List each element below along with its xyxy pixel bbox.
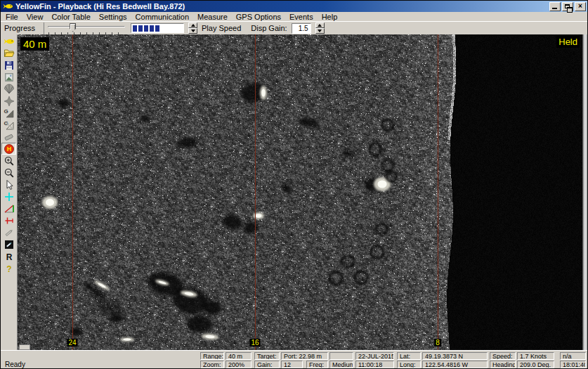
crosshair-icon[interactable] bbox=[1, 190, 16, 202]
save-file-icon[interactable] bbox=[1, 59, 16, 71]
help-icon[interactable]: ? bbox=[1, 262, 16, 274]
range-tick-label: 8 bbox=[434, 339, 441, 347]
right-scroll-strip[interactable] bbox=[582, 34, 587, 350]
disp-gain-label: Disp Gain: bbox=[251, 24, 287, 32]
status-field: Freq: bbox=[306, 361, 328, 368]
menu-file[interactable]: File bbox=[1, 13, 22, 21]
close-button[interactable]: × bbox=[575, 2, 586, 11]
range-tick-label: 16 bbox=[249, 339, 260, 347]
eraser-icon[interactable] bbox=[1, 131, 16, 143]
menu-help[interactable]: Help bbox=[318, 13, 342, 21]
status-field: 12 bbox=[281, 361, 303, 368]
measure-offset-icon[interactable] bbox=[1, 214, 16, 226]
annotate-icon[interactable] bbox=[1, 238, 16, 250]
progress-slider[interactable] bbox=[44, 22, 126, 34]
menu-settings[interactable]: Settings bbox=[95, 13, 131, 21]
speed-bar bbox=[150, 25, 154, 32]
title-bar[interactable]: YellowFin - Playback (Hi Res Bedwell Bay… bbox=[1, 1, 587, 12]
svg-text:R: R bbox=[6, 252, 12, 261]
status-field: Heading: bbox=[490, 361, 516, 368]
status-field: 122.54.4816 W bbox=[422, 361, 488, 368]
pointer-icon[interactable] bbox=[1, 179, 16, 190]
ready-status: Ready bbox=[5, 361, 25, 368]
menu-gps-options[interactable]: GPS Options bbox=[232, 13, 285, 21]
yellowfin-logo-icon[interactable] bbox=[1, 35, 16, 47]
h-scroll-stub bbox=[19, 344, 30, 350]
side-toolbar: GGHR? bbox=[1, 34, 18, 350]
zoom-out-icon[interactable] bbox=[1, 167, 16, 179]
sonar-view: 40 m Held 24168 bbox=[18, 34, 582, 350]
app-fish-icon bbox=[2, 2, 13, 11]
status-field: Range: bbox=[200, 352, 224, 360]
up-arrow-icon bbox=[191, 24, 195, 27]
hold-button-icon[interactable]: H bbox=[1, 143, 16, 155]
menu-color-table[interactable]: Color Table bbox=[47, 13, 94, 21]
open-file-icon[interactable] bbox=[1, 47, 16, 59]
swath-icon[interactable] bbox=[1, 83, 16, 95]
status-field: n/a bbox=[560, 352, 586, 360]
main-area: GGHR? 40 m Held 24168 bbox=[1, 34, 587, 350]
main-toolbar: Progress Play Speed Disp Gain: 1.5 bbox=[1, 21, 587, 34]
svg-text:H: H bbox=[6, 145, 11, 153]
disp-gain-spinner[interactable] bbox=[315, 22, 325, 34]
status-field: 11:00:18 bbox=[355, 361, 394, 368]
restore-button[interactable] bbox=[562, 2, 573, 11]
menu-events[interactable]: Events bbox=[285, 13, 318, 21]
disp-gain-field[interactable]: 1.5 bbox=[292, 23, 311, 34]
up-arrow-icon bbox=[318, 24, 322, 27]
record-icon[interactable]: R bbox=[1, 250, 16, 262]
gain-off-icon[interactable]: G bbox=[1, 119, 16, 131]
gain-up-button[interactable] bbox=[315, 22, 325, 28]
menu-measure[interactable]: Measure bbox=[193, 13, 232, 21]
range-tick-label: 24 bbox=[67, 339, 77, 347]
menu-bar: FileViewColor TableSettingsCommunication… bbox=[1, 12, 587, 21]
menu-communication[interactable]: Communication bbox=[131, 13, 193, 21]
status-field: 1.7 Knots bbox=[517, 352, 554, 360]
play-speed-gauge[interactable] bbox=[131, 23, 184, 33]
status-field bbox=[329, 352, 353, 360]
speed-down-button[interactable] bbox=[188, 28, 197, 34]
speed-bar bbox=[144, 25, 148, 32]
play-speed-label: Play Speed bbox=[202, 24, 241, 32]
save-image-icon[interactable] bbox=[1, 71, 16, 83]
gain-down-button[interactable] bbox=[315, 28, 325, 34]
speed-up-button[interactable] bbox=[188, 22, 197, 28]
progress-label: Progress bbox=[4, 24, 35, 32]
gain-auto-icon[interactable]: G bbox=[1, 107, 16, 119]
status-field: 22-JUL-2015 bbox=[355, 352, 394, 360]
minimize-button[interactable] bbox=[549, 2, 561, 11]
status-field: 209.0 Deg. bbox=[517, 361, 554, 368]
sonar-display[interactable] bbox=[18, 34, 582, 350]
status-field: 40 m bbox=[226, 352, 251, 360]
app-window: YellowFin - Playback (Hi Res Bedwell Bay… bbox=[0, 0, 588, 369]
minimize-icon bbox=[552, 8, 557, 9]
status-field: Medium bbox=[329, 361, 353, 368]
status-field: Speed: bbox=[490, 352, 516, 360]
range-scale-label: 40 m bbox=[20, 37, 49, 51]
status-field: Zoom: bbox=[200, 361, 224, 368]
status-field: 200% bbox=[226, 361, 251, 368]
status-field: Target: bbox=[254, 352, 280, 360]
zoom-in-icon[interactable] bbox=[1, 155, 16, 167]
marker-icon[interactable] bbox=[1, 95, 16, 107]
slider-thumb[interactable] bbox=[70, 23, 76, 32]
status-field: Lat: bbox=[397, 352, 421, 360]
draw-icon[interactable] bbox=[1, 226, 16, 238]
slider-groove bbox=[48, 26, 125, 27]
window-title: YellowFin - Playback (Hi Res Bedwell Bay… bbox=[15, 1, 548, 12]
svg-text:G: G bbox=[4, 108, 8, 115]
speed-bar bbox=[133, 25, 137, 32]
status-field: Port: 22.98 m bbox=[281, 352, 328, 360]
status-bar: Ready Range:40 mZoom:200%Target:Port: 22… bbox=[1, 350, 587, 368]
down-arrow-icon bbox=[191, 30, 195, 32]
speed-bar bbox=[138, 25, 143, 32]
restore-icon bbox=[565, 4, 570, 8]
play-speed-spinner[interactable] bbox=[188, 22, 197, 34]
down-arrow-icon bbox=[318, 30, 322, 32]
close-icon: × bbox=[578, 3, 582, 10]
measure-height-icon[interactable] bbox=[1, 202, 16, 214]
svg-text:?: ? bbox=[6, 264, 11, 273]
status-field: 18:01:40 bbox=[560, 361, 586, 368]
status-field: Gain: bbox=[254, 361, 280, 368]
menu-view[interactable]: View bbox=[22, 13, 48, 21]
